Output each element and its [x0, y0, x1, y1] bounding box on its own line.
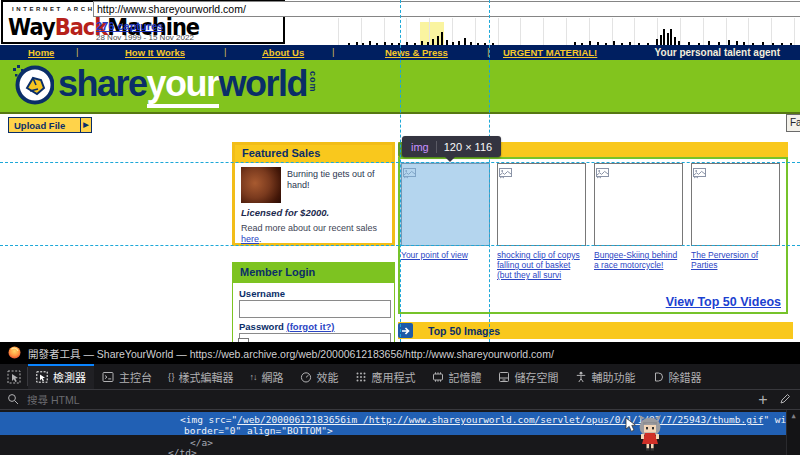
member-login-title: Member Login	[233, 263, 394, 283]
upload-file-label: Upload File	[14, 120, 65, 131]
featured-sale-price: Licensed for $2000.	[241, 207, 386, 218]
timeline-tick	[726, 18, 727, 45]
add-node-icon[interactable]: +	[755, 391, 771, 409]
tagline: Your personal talent agent	[655, 47, 780, 58]
featured-sales-title: Featured Sales	[235, 145, 392, 163]
video-caption-link[interactable]: shocking clip of copys falling out of ba…	[497, 250, 586, 280]
tab-performance[interactable]: 效能	[292, 364, 347, 389]
network-icon: ↑↓	[250, 372, 257, 382]
timeline-tick	[498, 18, 499, 45]
featured-sale-thumbnail[interactable]	[241, 167, 281, 203]
timeline-tick	[384, 18, 385, 45]
upload-file-button[interactable]: Upload File ▶	[8, 117, 92, 133]
tab-label: 網路	[262, 369, 284, 385]
devtools-title: 開發者工具 — ShareYourWorld — https://web.arc…	[28, 346, 554, 361]
timeline-tick	[771, 18, 772, 45]
nav-item-home[interactable]: Home	[28, 47, 54, 58]
tooltip-tag-name: img	[411, 141, 429, 153]
timeline-capture-bar[interactable]	[663, 29, 665, 45]
featured-sale-caption: Burning tie gets out of hand!	[287, 167, 386, 203]
tab-application[interactable]: 應用程式	[347, 364, 424, 389]
readmore-here-link[interactable]: here	[241, 234, 259, 244]
code-img-open: <img src="	[180, 414, 237, 425]
search-html-input[interactable]	[25, 393, 749, 407]
video-caption-link[interactable]: The Perversion of Parties	[691, 250, 780, 270]
tab-style-editor[interactable]: { }樣式編輯器	[160, 364, 242, 389]
tooltip-dimensions: 120 × 116	[444, 141, 492, 153]
nav-separator: |	[332, 46, 334, 57]
broken-image-icon	[693, 165, 706, 183]
timeline-tick	[680, 18, 681, 45]
pick-element-icon[interactable]	[0, 367, 28, 386]
timeline-capture-bar[interactable]	[437, 36, 439, 45]
tab-label: 儲存空間	[515, 369, 559, 385]
tab-label: 主控台	[119, 369, 152, 385]
accessibility-icon	[575, 371, 587, 383]
logo-share: share	[58, 63, 147, 104]
devtools-tabs: 檢測器主控台{ }樣式編輯器↑↓網路效能應用程式記憶體儲存空間輔助功能除錯器	[28, 364, 710, 389]
timeline-capture-bar[interactable]	[674, 37, 676, 45]
timeline-capture-bar[interactable]	[670, 29, 672, 45]
tooltip-divider	[436, 141, 437, 153]
tab-label: 應用程式	[372, 369, 416, 385]
console-icon	[102, 371, 114, 383]
tab-debugger[interactable]: 除錯器	[644, 364, 710, 389]
screen: INTERNET ARCHIVE WayBackMachine 276 capt…	[0, 0, 800, 455]
readmore-period: .	[259, 234, 262, 244]
upload-arrow-icon[interactable]: ▶	[80, 118, 91, 132]
code-line-img[interactable]: <img src="/web/20000612183656im_/http://…	[180, 414, 800, 425]
wayback-url-input[interactable]	[93, 1, 800, 17]
devtools-search-row: +	[0, 389, 800, 410]
video-thumbnail-placeholder[interactable]	[594, 163, 683, 246]
member-login-body: Username Password (forgot it?)	[233, 283, 394, 351]
scrollbar-up-icon[interactable]: ▲	[787, 410, 800, 420]
tab-network[interactable]: ↑↓網路	[242, 364, 292, 389]
code-line-close-td[interactable]: </td>	[168, 447, 197, 455]
video-caption-link[interactable]: Bungee-Skiing behind a race motorcycle!	[594, 250, 683, 270]
nav-item-about-us[interactable]: About Us	[262, 47, 304, 58]
view-top50-videos-link[interactable]: View Top 50 Videos	[666, 295, 781, 309]
tab-storage[interactable]: 儲存空間	[490, 364, 567, 389]
captures-link[interactable]: 276 captures	[96, 20, 163, 32]
tab-inspector[interactable]: 檢測器	[28, 364, 94, 389]
tab-memory[interactable]: 記憶體	[424, 364, 490, 389]
featured-sales-box: Featured Sales Burning tie gets out of h…	[232, 142, 395, 246]
capture-date-range: 28 Nov 1999 - 15 Nov 2022	[96, 33, 194, 42]
nav-separator: |	[224, 46, 226, 57]
timeline-tick	[634, 18, 635, 45]
nav-item-urgent-material[interactable]: URGENT MATERIAL!	[503, 47, 597, 58]
timeline-tick	[543, 18, 544, 45]
timeline-capture-bar[interactable]	[464, 38, 466, 45]
username-field[interactable]	[239, 300, 391, 318]
code-line-img-wrap[interactable]: border="0" align="BOTTOM">	[184, 425, 333, 436]
timeline-tick	[429, 18, 430, 45]
broken-image-icon	[596, 165, 609, 183]
timeline-tick	[794, 18, 795, 45]
timeline-tick	[703, 18, 704, 45]
video-thumbnail-placeholder[interactable]	[691, 163, 780, 246]
logo-com: com	[308, 71, 318, 93]
code-scrollbar[interactable]: ▲	[786, 410, 800, 455]
site-logo[interactable]: shareyourworldcom	[58, 63, 318, 105]
guide-line-vertical	[400, 0, 401, 342]
timeline-tick	[452, 18, 453, 45]
eyedropper-icon[interactable]	[777, 391, 793, 409]
code-src-link[interactable]: /web/20000612183656im_/http://www.sharey…	[237, 414, 763, 425]
nav-item-how-it-works[interactable]: How It Works	[125, 47, 185, 58]
timeline-capture-bar[interactable]	[660, 35, 662, 45]
logo-your: your	[147, 63, 219, 108]
video-caption-link[interactable]: Your point of view	[401, 250, 490, 260]
top50-images-bar[interactable]: Top 50 Images	[398, 322, 793, 339]
forgot-password-link[interactable]: (forgot it?)	[287, 321, 335, 332]
video-thumbnail-placeholder[interactable]	[497, 163, 586, 246]
tab-console[interactable]: 主控台	[94, 364, 160, 389]
tab-accessibility[interactable]: 輔助功能	[567, 364, 644, 389]
timeline-capture-bar[interactable]	[441, 32, 443, 45]
nav-item-news-press[interactable]: News & Press	[385, 47, 448, 58]
style-editor-icon: { }	[168, 372, 174, 382]
memory-icon	[432, 371, 444, 383]
guide-line-horizontal	[0, 245, 800, 246]
faq-button[interactable]: Faq	[786, 114, 800, 132]
timeline-capture-bar[interactable]	[667, 33, 669, 45]
password-label: Password	[239, 321, 287, 332]
